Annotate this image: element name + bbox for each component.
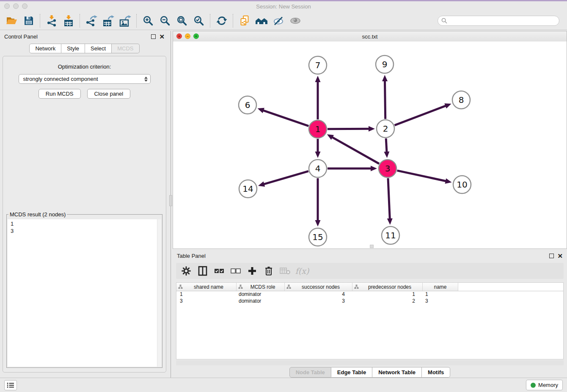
edge-arrowhead [444,103,451,108]
edge-3-11[interactable] [388,178,390,220]
edge-arrowhead [315,220,321,226]
edge-4-14[interactable] [263,171,308,184]
task-history-button[interactable] [4,380,17,390]
column-header-mcds-role[interactable]: MCDS role [237,283,285,291]
network-canvas[interactable]: 7968124314101511 [173,41,567,248]
column-header-name[interactable]: name [423,283,458,291]
result-scrollbar[interactable] [157,219,161,367]
table-import-icon [63,15,74,27]
export-table-button[interactable] [100,14,117,28]
memory-status-icon [531,383,536,388]
memory-button[interactable]: Memory [526,380,563,390]
hierarchy-icon [178,284,183,289]
table-panel-footer: Node Table Edge Table Network Table Moti… [173,359,567,378]
minimize-view-button[interactable]: − [185,33,190,39]
run-mcds-button[interactable]: Run MCDS [39,89,81,99]
table-panel: Table Panel ✕ [173,250,567,378]
double-home-icon [255,16,268,26]
import-table-button[interactable] [60,14,77,28]
window-title: Session: New Session [256,3,311,10]
zoom-out-button[interactable] [157,14,173,28]
zoom-fit-button[interactable] [173,14,190,28]
network-view-title: scc.txt [362,33,378,40]
edge-3-1[interactable] [331,137,379,164]
optimization-criterion-select[interactable]: strongly connected component [19,74,151,84]
table-tabs: Node Table Edge Table Network Table Moti… [173,367,567,378]
export-network-button[interactable] [83,14,100,28]
zoom-selected-icon [193,15,204,26]
create-column-button[interactable] [245,265,259,277]
tab-motifs[interactable]: Motifs [422,367,450,378]
memory-label: Memory [538,382,558,388]
export-image-button[interactable] [117,14,134,28]
minimize-window-button[interactable] [13,3,19,9]
delete-table-button[interactable] [278,265,292,277]
node-label-9: 9 [382,59,388,69]
mcds-result-fieldset: MCDS result (2 nodes) 1 3 [6,211,162,368]
edge-arrowhead [258,108,264,113]
splitter-grip[interactable] [169,195,172,206]
edge-2-9[interactable] [385,80,385,119]
close-table-panel-icon[interactable]: ✕ [557,254,563,258]
canvas-splitter-grip[interactable] [370,245,374,248]
toolbar-separator [233,14,234,28]
float-table-panel-icon[interactable] [549,254,554,258]
table-row[interactable]: 3 dominator 3 2 3 [176,298,563,305]
table-row[interactable]: 1 dominator 4 1 1 [176,291,563,298]
edge-3-10[interactable] [397,171,446,181]
maximize-window-button[interactable] [22,3,28,9]
zoom-in-button[interactable] [140,14,157,28]
tab-network-table[interactable]: Network Table [372,367,422,378]
table-settings-button[interactable] [179,265,193,277]
application-window: Session: New Session [0,0,567,392]
tab-mcds[interactable]: MCDS [112,44,139,53]
zoom-in-icon [143,15,154,26]
hide-details-button[interactable] [270,14,287,28]
close-window-button[interactable] [4,3,10,9]
column-mode-button[interactable] [196,265,209,277]
tab-node-table[interactable]: Node Table [289,367,331,378]
import-network-button[interactable] [43,14,60,28]
mcds-result-list[interactable]: 1 3 [8,219,161,367]
save-session-button[interactable] [20,14,37,28]
show-details-button[interactable] [287,14,304,28]
documents-share-button[interactable] [236,14,253,28]
edge-2-8[interactable] [395,105,447,125]
refresh-layout-button[interactable] [213,14,230,28]
vertical-splitter[interactable] [169,31,173,378]
toolbar-separator [136,14,137,28]
network-graph[interactable]: 7968124314101511 [173,41,567,248]
maximize-view-button[interactable]: + [193,33,199,39]
unselect-all-columns-button[interactable] [229,265,242,277]
edge-arrowhead [315,152,321,158]
float-panel-icon[interactable] [151,34,156,39]
edge-1-2[interactable] [328,129,370,129]
edge-1-6[interactable] [262,110,308,126]
control-panel-tabs: Network Style Select MCDS [0,44,169,53]
main-content: Control Panel ✕ Network Style Select MCD… [0,31,567,378]
select-all-columns-button[interactable] [212,265,226,277]
cell-successor-nodes: 4 [285,291,352,298]
search-input[interactable] [449,17,556,25]
column-header-predecessor-nodes[interactable]: predecessor nodes [352,283,423,291]
column-header-successor-nodes[interactable]: successor nodes [285,283,352,291]
close-view-button[interactable]: × [176,33,182,39]
close-panel-icon[interactable]: ✕ [159,34,165,39]
tab-edge-table[interactable]: Edge Table [331,367,372,378]
tab-network[interactable]: Network [29,44,61,53]
delete-column-button[interactable] [262,265,275,277]
open-session-button[interactable] [3,14,20,28]
zoom-selected-button[interactable] [190,14,207,28]
edge-2-3[interactable] [386,138,387,153]
column-header-shared-name[interactable]: shared name [176,283,237,291]
hierarchy-icon [238,284,243,289]
function-builder-button[interactable]: f(x) [295,265,308,277]
node-label-10: 10 [457,179,467,190]
tab-style[interactable]: Style [61,44,85,53]
edge-arrowhead [315,76,321,82]
houses-button[interactable] [253,14,270,28]
tab-select[interactable]: Select [85,44,112,53]
node-label-14: 14 [242,184,253,194]
close-panel-button[interactable]: Close panel [87,89,131,99]
table-export-icon [102,15,114,27]
